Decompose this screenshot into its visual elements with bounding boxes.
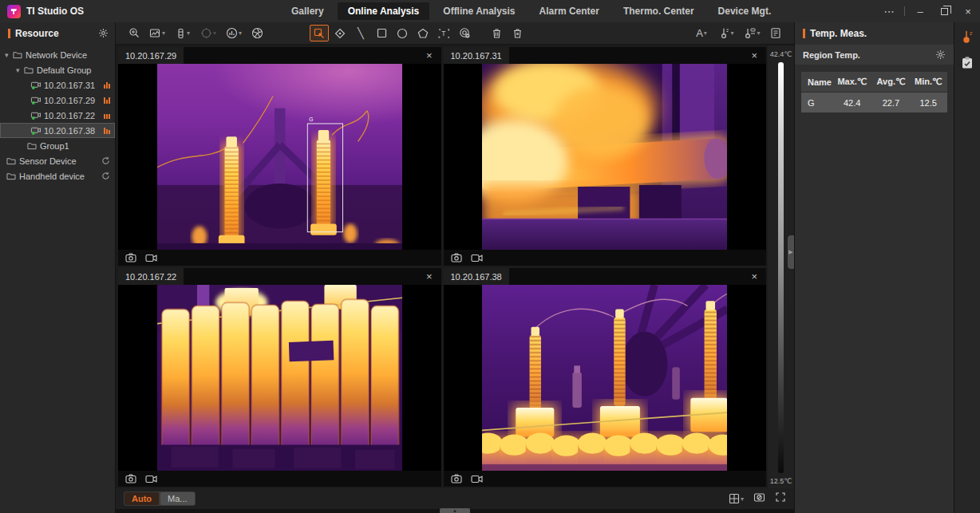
tree-item-device-38[interactable]: 10.20.167.38 (0, 123, 115, 138)
thermal-view[interactable]: G (118, 64, 441, 250)
gear-icon[interactable] (98, 28, 109, 38)
tree-item-default-group[interactable]: ▾ Default Group (0, 62, 115, 77)
grid-layout-icon[interactable]: ▾ (729, 493, 744, 504)
delete-icon[interactable] (487, 25, 506, 41)
temp-display-icon[interactable]: ▾ (741, 25, 765, 41)
tab-device-mgt[interactable]: Device Mgt. (708, 2, 782, 20)
temp-meas-header: Temp. Meas. (795, 22, 954, 45)
tree-item-network-device[interactable]: ▾ Network Device (0, 47, 115, 62)
record-icon[interactable] (145, 254, 157, 262)
resource-sidebar: Resource ▾ Network Device ▾ Default Grou… (0, 22, 116, 513)
tree-item-label: Network Device (26, 50, 87, 60)
region-temp-table: Name Max.℃ Avg.℃ Min.℃ G 42.4 22.7 12.5 (801, 72, 947, 112)
device-tree: ▾ Network Device ▾ Default Group 10.20.1… (0, 44, 115, 183)
close-icon[interactable]: × (417, 49, 441, 61)
tree-item-label: Group1 (40, 141, 69, 151)
ellipse-tool-icon[interactable] (393, 25, 412, 41)
thermal-view[interactable] (444, 285, 767, 471)
record-icon[interactable] (471, 475, 483, 483)
tree-item-group1[interactable]: Group1 (0, 138, 115, 153)
collapse-bottom-panel-handle[interactable]: ▲ (440, 508, 470, 513)
tree-item-sensor-device[interactable]: Sensor Device (0, 153, 115, 168)
gear-icon[interactable] (935, 49, 946, 60)
tab-thermo-center[interactable]: Thermo. Center (613, 2, 705, 20)
temp-unit-icon[interactable]: ▾ (715, 25, 739, 41)
delete-all-icon[interactable] (508, 25, 527, 41)
auto-mode-button[interactable]: Auto (124, 492, 159, 505)
report-icon[interactable] (766, 25, 785, 41)
zoom-icon[interactable] (124, 25, 144, 41)
caret-down-icon[interactable]: ▾ (5, 51, 13, 59)
thermal-view[interactable] (118, 285, 441, 471)
main-area: ▾ ▾ ▾ ▾ ╲ T A▾ ▾ ▾ (116, 22, 794, 513)
select-tool-icon[interactable] (310, 25, 329, 41)
polygon-tool-icon[interactable] (413, 25, 433, 41)
cell-min: 12.5 (909, 98, 947, 108)
cell-name: G (801, 98, 832, 108)
thermal-camera-icon (30, 96, 41, 105)
video-grid-area: 10.20.167.29 × (116, 45, 794, 488)
col-min: Min.℃ (909, 77, 947, 87)
caret-down-icon[interactable]: ▾ (16, 66, 24, 74)
line-tool-icon[interactable]: ╲ (351, 25, 370, 41)
refresh-icon[interactable] (101, 156, 110, 165)
thermal-camera-icon (30, 111, 41, 120)
palette-icon[interactable]: ▾ (145, 25, 169, 41)
temp-meas-tab-icon[interactable] (962, 30, 973, 44)
rect-tool-icon[interactable] (372, 25, 391, 41)
temp-meas-panel: Temp. Meas. Region Temp. Name Max.℃ Avg.… (794, 22, 954, 513)
tab-gallery[interactable]: Gallery (281, 2, 334, 20)
tab-online-analysis[interactable]: Online Analysis (338, 2, 430, 20)
snapshot-icon[interactable] (451, 253, 462, 262)
tree-item-device-22[interactable]: 10.20.167.22 (0, 108, 115, 123)
font-settings-icon[interactable]: A▾ (690, 25, 713, 41)
tree-item-handheld-device[interactable]: Handheld device (0, 168, 115, 183)
scale-max-label: 42.4℃ (770, 50, 792, 58)
restore-icon[interactable] (932, 0, 956, 22)
signal-streaming-icon (104, 81, 110, 89)
temp-diff-icon[interactable] (455, 25, 474, 41)
record-icon[interactable] (145, 475, 157, 483)
accent-bar (803, 29, 805, 38)
stop-all-icon[interactable] (753, 491, 765, 506)
close-icon[interactable]: × (742, 49, 766, 61)
tree-item-device-31[interactable]: 10.20.167.31 (0, 77, 115, 93)
level-span-icon[interactable]: ▾ (171, 25, 195, 41)
minimize-icon[interactable]: – (908, 0, 932, 22)
manual-mode-button[interactable]: Ma... (160, 492, 194, 505)
tree-item-device-29[interactable]: 10.20.167.29 (0, 93, 115, 108)
snapshot-icon[interactable] (451, 474, 462, 483)
histogram-icon[interactable]: ▾ (222, 25, 246, 41)
more-menu-icon[interactable]: ⋯ (877, 0, 901, 22)
app-logo-icon (7, 5, 21, 18)
panel-ip-label: 10.20.167.31 (444, 47, 509, 64)
close-icon[interactable]: × (956, 0, 980, 22)
snapshot-icon[interactable] (125, 474, 136, 483)
panel-collapse-handle[interactable]: ▶ (788, 235, 794, 269)
refresh-icon[interactable] (101, 172, 110, 180)
tab-offline-analysis[interactable]: Offline Analysis (433, 2, 525, 20)
palette-scale-bar[interactable] (778, 62, 784, 473)
table-header-row: Name Max.℃ Avg.℃ Min.℃ (801, 72, 947, 92)
snapshot-icon[interactable] (125, 253, 136, 262)
close-icon[interactable]: × (417, 270, 441, 282)
point-tool-icon[interactable] (330, 25, 350, 41)
resource-title: Resource (15, 28, 98, 39)
temperature-scale: 42.4℃ 12.5℃ ▶ (768, 45, 794, 488)
record-icon[interactable] (471, 254, 483, 262)
aperture-icon[interactable] (247, 25, 267, 41)
folder-icon (6, 156, 16, 165)
tab-alarm-center[interactable]: Alarm Center (529, 2, 610, 20)
scale-mode-switch: Auto Ma... (124, 491, 196, 506)
thermal-view[interactable] (444, 64, 767, 250)
fullscreen-icon[interactable] (775, 491, 786, 506)
task-list-tab-icon[interactable] (961, 56, 974, 69)
app-title: TI Studio OS (26, 6, 84, 17)
table-row[interactable]: G 42.4 22.7 12.5 (801, 93, 947, 112)
text-annotation-icon[interactable]: T (434, 25, 453, 41)
bottom-strip: ▲ (116, 509, 794, 513)
close-icon[interactable]: × (742, 270, 766, 282)
folder-icon (13, 50, 22, 59)
panel-header: 10.20.167.29 × (118, 47, 441, 64)
thermal-image-radiator (157, 285, 402, 471)
